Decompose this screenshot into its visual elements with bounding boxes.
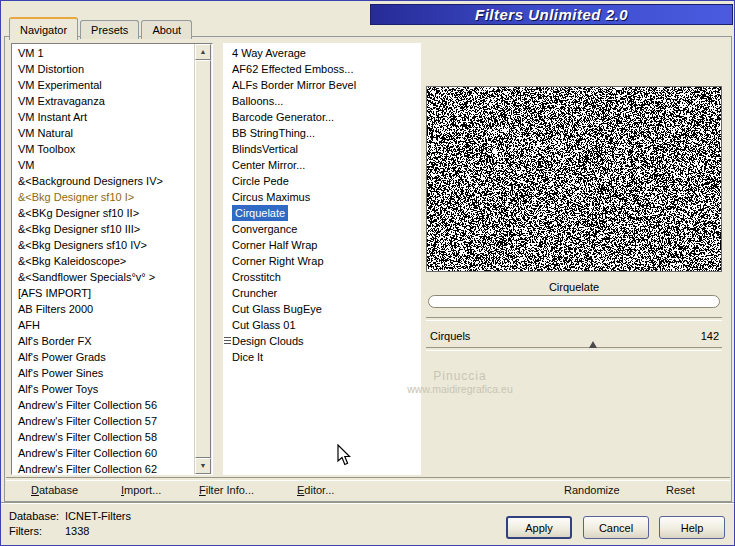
filter-item[interactable]: Cirquelate — [223, 205, 421, 221]
filter-item[interactable]: Design Clouds — [223, 333, 421, 349]
filter-item[interactable]: Center Mirror... — [223, 157, 421, 173]
filter-item[interactable]: ALFs Border Mirror Bevel — [223, 77, 421, 93]
filter-item[interactable]: Circle Pede — [223, 173, 421, 189]
category-item[interactable]: [AFS IMPORT] — [12, 285, 195, 301]
filter-item[interactable]: Barcode Generator... — [223, 109, 421, 125]
import-button[interactable]: Import... — [121, 482, 161, 498]
tab-presets[interactable]: Presets — [80, 20, 139, 39]
category-item[interactable]: &<Background Designers IV> — [12, 173, 195, 189]
filter-item[interactable]: Cruncher — [223, 285, 421, 301]
database-value: ICNET-Filters — [65, 510, 131, 522]
category-item[interactable]: &<Sandflower Specials°v° > — [12, 269, 195, 285]
category-item[interactable]: &<Bkg Kaleidoscope> — [12, 253, 195, 269]
category-item[interactable]: VM Experimental — [12, 77, 195, 93]
cancel-button[interactable]: Cancel — [583, 516, 649, 539]
category-item[interactable]: Alf's Power Grads — [12, 349, 195, 365]
filter-preview-image — [426, 86, 722, 272]
scrollbar-thumb[interactable] — [195, 60, 211, 458]
category-item[interactable]: Andrew's Filter Collection 60 — [12, 445, 195, 461]
filter-item[interactable]: Dice It — [223, 349, 421, 365]
filter-item[interactable]: Cut Glass BugEye — [223, 301, 421, 317]
tab-navigator[interactable]: Navigator — [9, 17, 78, 40]
tab-strip: Navigator Presets About — [9, 17, 194, 39]
filter-item[interactable]: Cut Glass 01 — [223, 317, 421, 333]
category-item[interactable]: VM — [12, 157, 195, 173]
preview-caption: Cirquelate — [426, 280, 722, 294]
category-item[interactable]: AFH — [12, 317, 195, 333]
category-item[interactable]: Andrew's Filter Collection 62 — [12, 461, 195, 474]
filters-count-value: 1338 — [65, 525, 89, 537]
category-item[interactable]: &<Bkg Designers sf10 IV> — [12, 237, 195, 253]
apply-button[interactable]: Apply — [506, 516, 572, 539]
filter-list: 4 Way AverageAF62 Effected Emboss...ALFs… — [223, 43, 421, 475]
scroll-up-icon[interactable]: ▲ — [195, 44, 211, 60]
category-item[interactable]: &<Bkg Designer sf10 I> — [12, 189, 195, 205]
watermark-line1: Pinuccia — [397, 369, 523, 383]
category-item[interactable]: Andrew's Filter Collection 57 — [12, 413, 195, 429]
filter-item[interactable]: 4 Way Average — [223, 45, 421, 61]
watermark-line2: www.maidiregrafica.eu — [397, 383, 523, 395]
parameter-row: Cirquels 142 — [430, 329, 719, 344]
navigator-panel: VM 1VM DistortionVM ExperimentalVM Extra… — [4, 36, 732, 502]
filter-item[interactable]: Corner Right Wrap — [223, 253, 421, 269]
filter-item[interactable]: BlindsVertical — [223, 141, 421, 157]
category-item[interactable]: VM Natural — [12, 125, 195, 141]
filter-item[interactable]: Balloons... — [223, 93, 421, 109]
tab-about[interactable]: About — [141, 20, 192, 39]
category-scrollbar[interactable]: ▲ ▼ — [194, 44, 212, 474]
progress-bar — [428, 295, 720, 308]
filter-item[interactable]: Circus Maximus — [223, 189, 421, 205]
category-list-body: VM 1VM DistortionVM ExperimentalVM Extra… — [12, 45, 195, 474]
filter-item[interactable]: BB StringThing... — [223, 125, 421, 141]
category-item[interactable]: VM 1 — [12, 45, 195, 61]
help-button[interactable]: Help — [659, 516, 725, 539]
cirquels-slider-thumb[interactable] — [589, 341, 597, 348]
category-item[interactable]: VM Toolbox — [12, 141, 195, 157]
section-divider — [426, 317, 722, 321]
clouds-icon — [224, 337, 231, 345]
filters-count-label: Filters: — [9, 525, 42, 537]
category-item[interactable]: AB Filters 2000 — [12, 301, 195, 317]
status-bar: Database: ICNET-Filters Filters: 1338 Ap… — [1, 502, 734, 546]
database-label: Database: — [9, 510, 59, 522]
database-button[interactable]: Database — [31, 482, 78, 498]
toolbar-divider — [6, 477, 730, 481]
category-item[interactable]: VM Extravaganza — [12, 93, 195, 109]
title-bar: Filters Unlimited 2.0 — [370, 4, 733, 25]
randomize-button[interactable]: Randomize — [564, 482, 620, 498]
filter-info-button[interactable]: Filter Info... — [199, 482, 254, 498]
category-item[interactable]: VM Instant Art — [12, 109, 195, 125]
filter-item[interactable]: Crosstitch — [223, 269, 421, 285]
reset-button[interactable]: Reset — [666, 482, 695, 498]
category-item[interactable]: &<BKg Designer sf10 II> — [12, 205, 195, 221]
parameter-value: 142 — [701, 329, 719, 344]
category-item[interactable]: Andrew's Filter Collection 58 — [12, 429, 195, 445]
category-item[interactable]: Andrew's Filter Collection 56 — [12, 397, 195, 413]
category-item[interactable]: &<Bkg Designer sf10 III> — [12, 221, 195, 237]
scroll-down-icon[interactable]: ▼ — [195, 458, 211, 474]
category-item[interactable]: Alf's Power Sines — [12, 365, 195, 381]
category-item[interactable]: Alf's Power Toys — [12, 381, 195, 397]
filter-item[interactable]: Convergance — [223, 221, 421, 237]
filter-item[interactable]: Corner Half Wrap — [223, 237, 421, 253]
editor-button[interactable]: Editor... — [297, 482, 334, 498]
category-item[interactable]: Alf's Border FX — [12, 333, 195, 349]
parameter-name: Cirquels — [430, 329, 470, 344]
category-item[interactable]: VM Distortion — [12, 61, 195, 77]
filters-unlimited-dialog: Filters Unlimited 2.0 Navigator Presets … — [0, 0, 735, 546]
category-list: VM 1VM DistortionVM ExperimentalVM Extra… — [11, 43, 213, 475]
cirquels-slider[interactable] — [426, 347, 722, 351]
mouse-cursor-icon — [337, 444, 351, 466]
filter-item[interactable]: AF62 Effected Emboss... — [223, 61, 421, 77]
watermark: Pinuccia www.maidiregrafica.eu — [397, 369, 523, 395]
window-title: Filters Unlimited 2.0 — [475, 6, 628, 23]
